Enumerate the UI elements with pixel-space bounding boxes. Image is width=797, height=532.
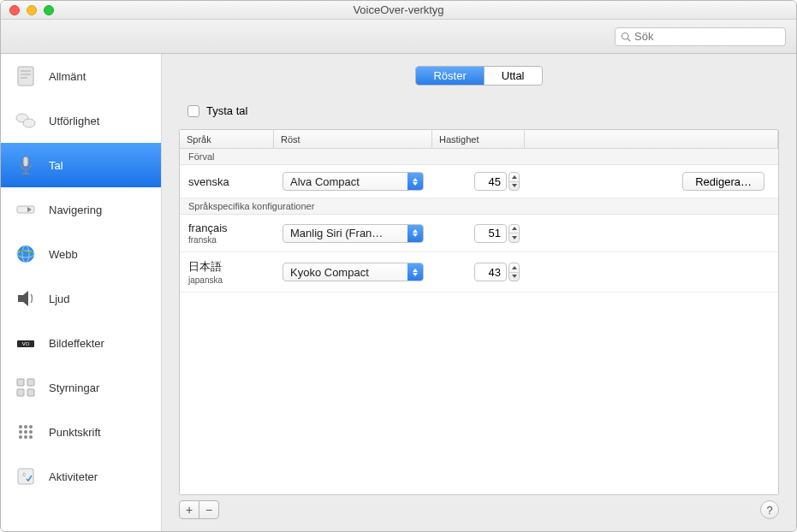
speed-input[interactable] bbox=[474, 224, 507, 243]
stepper-buttons bbox=[509, 263, 520, 281]
table-row[interactable]: français franska Manlig Siri (Fran… bbox=[180, 215, 778, 252]
help-button[interactable]: ? bbox=[760, 500, 779, 519]
speed-stepper bbox=[474, 224, 520, 243]
speed-stepper bbox=[474, 172, 520, 191]
cell-voice: Kyoko Compact bbox=[283, 263, 441, 281]
voice-popup[interactable]: Alva Compact bbox=[283, 172, 424, 191]
stepper-down[interactable] bbox=[509, 233, 519, 242]
svg-point-31 bbox=[29, 435, 33, 439]
sidebar-item-label: Aktiviteter bbox=[49, 470, 98, 483]
stepper-buttons bbox=[509, 224, 520, 243]
search-icon bbox=[621, 32, 631, 42]
speed-input[interactable] bbox=[474, 172, 507, 191]
stepper-up[interactable] bbox=[509, 173, 519, 182]
column-header-voice[interactable]: Röst bbox=[274, 130, 432, 148]
search-input[interactable] bbox=[634, 30, 780, 43]
stepper-down[interactable] bbox=[509, 273, 519, 281]
close-window-button[interactable] bbox=[9, 5, 20, 15]
visuals-icon: VO bbox=[11, 328, 40, 358]
cell-speed bbox=[441, 263, 533, 281]
sidebar-item-speech[interactable]: Tal bbox=[1, 143, 161, 187]
cell-actions: Redigera… bbox=[533, 172, 770, 191]
svg-text:♫: ♫ bbox=[21, 471, 26, 477]
sidebar-item-label: Allmänt bbox=[49, 70, 86, 83]
column-header-language[interactable]: Språk bbox=[180, 130, 274, 148]
svg-point-13 bbox=[17, 245, 34, 263]
section-specific: Språkspecifika konfigurationer bbox=[180, 198, 778, 215]
content: Röster Uttal Tysta tal Språk Röst Hastig… bbox=[162, 54, 796, 531]
commanders-icon bbox=[11, 373, 40, 402]
toolbar bbox=[1, 20, 796, 54]
zoom-window-button[interactable] bbox=[44, 5, 54, 15]
language-native: français bbox=[188, 222, 277, 234]
sidebar-item-general[interactable]: Allmänt bbox=[1, 54, 161, 98]
column-header-extra bbox=[525, 130, 778, 148]
voice-popup-label: Kyoko Compact bbox=[283, 266, 407, 279]
svg-point-27 bbox=[24, 430, 27, 434]
popup-arrows-icon bbox=[407, 263, 423, 281]
svg-point-28 bbox=[29, 430, 33, 434]
svg-rect-21 bbox=[17, 389, 24, 396]
speech-icon bbox=[11, 151, 40, 180]
sidebar-item-navigation[interactable]: Navigering bbox=[1, 187, 161, 232]
table-header: Språk Röst Hastighet bbox=[180, 130, 778, 149]
traffic-lights bbox=[1, 5, 54, 15]
svg-marker-16 bbox=[18, 291, 28, 306]
verbosity-icon bbox=[11, 106, 40, 135]
sidebar-item-web[interactable]: Webb bbox=[1, 232, 161, 276]
tab-pronunciation[interactable]: Uttal bbox=[485, 67, 542, 85]
tab-voices[interactable]: Röster bbox=[416, 67, 484, 85]
window: VoiceOver-verktyg Allmänt Utförlighe bbox=[0, 0, 797, 532]
mute-row: Tysta tal bbox=[179, 98, 779, 129]
cell-voice: Alva Compact bbox=[283, 172, 441, 191]
sidebar-item-sound[interactable]: Ljud bbox=[1, 276, 161, 321]
svg-point-7 bbox=[23, 119, 35, 127]
stepper-down[interactable] bbox=[509, 182, 519, 191]
sidebar-item-label: Navigering bbox=[49, 204, 102, 216]
navigation-icon bbox=[11, 195, 40, 224]
remove-button[interactable]: − bbox=[199, 500, 219, 519]
sidebar-item-label: Webb bbox=[49, 248, 78, 261]
activities-icon: ♫ bbox=[11, 462, 40, 491]
search-field[interactable] bbox=[615, 27, 786, 46]
stepper-buttons bbox=[509, 172, 520, 191]
titlebar: VoiceOver-verktyg bbox=[1, 1, 796, 20]
voices-panel: Språk Röst Hastighet Förval svenska Alva… bbox=[179, 129, 779, 495]
speed-stepper bbox=[474, 263, 520, 281]
voice-popup[interactable]: Kyoko Compact bbox=[283, 263, 424, 281]
section-default: Förval bbox=[180, 149, 778, 165]
edit-button[interactable]: Redigera… bbox=[682, 172, 764, 191]
column-header-speed[interactable]: Hastighet bbox=[432, 130, 525, 148]
sidebar-item-label: Styrningar bbox=[49, 381, 99, 394]
add-button[interactable]: + bbox=[179, 500, 199, 519]
body: Allmänt Utförlighet Tal Navigering bbox=[1, 54, 796, 531]
language-local: franska bbox=[188, 235, 277, 245]
sidebar-item-visuals[interactable]: VO Bildeffekter bbox=[1, 321, 161, 365]
table-row[interactable]: 日本語 japanska Kyoko Compact bbox=[180, 252, 778, 293]
minimize-window-button[interactable] bbox=[27, 5, 37, 15]
sidebar-item-braille[interactable]: Punktskrift bbox=[1, 410, 161, 454]
stepper-up[interactable] bbox=[509, 225, 519, 234]
cell-speed bbox=[441, 172, 533, 191]
language-native: svenska bbox=[188, 175, 277, 188]
sidebar-item-verbosity[interactable]: Utförlighet bbox=[1, 98, 161, 143]
svg-rect-8 bbox=[23, 157, 28, 167]
mute-checkbox[interactable] bbox=[187, 105, 199, 117]
svg-point-25 bbox=[29, 425, 33, 429]
cell-voice: Manlig Siri (Fran… bbox=[283, 224, 441, 243]
sidebar-item-commanders[interactable]: Styrningar bbox=[1, 365, 161, 410]
svg-text:VO: VO bbox=[22, 341, 30, 346]
svg-rect-4 bbox=[21, 74, 31, 75]
sidebar-item-label: Ljud bbox=[49, 293, 70, 305]
speed-input[interactable] bbox=[474, 263, 507, 281]
stepper-up[interactable] bbox=[509, 263, 519, 273]
svg-rect-22 bbox=[27, 389, 34, 396]
voice-popup-label: Manlig Siri (Fran… bbox=[283, 227, 407, 239]
cell-language: svenska bbox=[188, 175, 283, 188]
sidebar-item-activities[interactable]: ♫ Aktiviteter bbox=[1, 454, 161, 499]
voice-popup[interactable]: Manlig Siri (Fran… bbox=[283, 224, 424, 243]
cell-language: français franska bbox=[188, 222, 283, 245]
voice-popup-label: Alva Compact bbox=[283, 175, 407, 188]
table-row-default[interactable]: svenska Alva Compact bbox=[180, 165, 778, 198]
braille-icon bbox=[11, 417, 40, 446]
